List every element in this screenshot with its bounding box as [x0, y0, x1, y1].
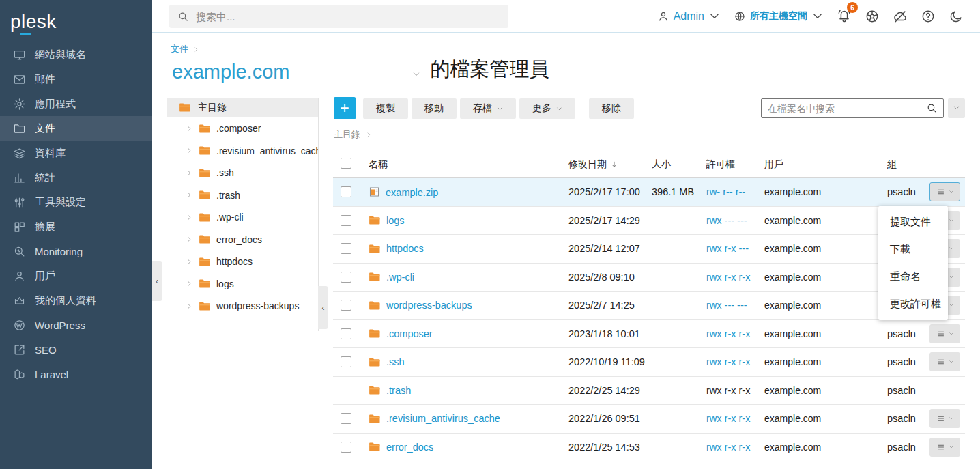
more-button[interactable]: 更多 — [519, 98, 575, 119]
menu-item-extract-files[interactable]: 提取文件 — [878, 208, 948, 236]
tree-item-dot-wp-cli[interactable]: .wp-cli — [167, 206, 318, 229]
row-checkbox[interactable] — [341, 442, 351, 453]
expand-icon[interactable] — [186, 147, 193, 154]
user-menu[interactable]: Admin — [657, 10, 721, 23]
row-checkbox[interactable] — [341, 328, 351, 339]
row-menu-button[interactable] — [929, 409, 960, 428]
expand-icon[interactable] — [186, 302, 193, 310]
permissions-cell[interactable]: rwx --- --- — [706, 215, 747, 226]
copy-button[interactable]: 複製 — [363, 98, 408, 119]
row-checkbox[interactable] — [341, 300, 351, 311]
permissions-cell[interactable]: rwx r-x r-x — [706, 442, 750, 453]
file-search-input[interactable] — [762, 103, 926, 114]
help-icon[interactable] — [921, 9, 936, 24]
menu-item-rename[interactable]: 重命名 — [878, 263, 948, 290]
sidebar-item-tools-settings[interactable]: 工具與設定 — [0, 190, 152, 214]
permissions-cell[interactable]: rw- r-- r-- — [706, 186, 745, 197]
tree-item-error_docs[interactable]: error_docs — [167, 229, 318, 251]
file-link[interactable]: .composer — [386, 328, 433, 339]
row-checkbox[interactable] — [341, 243, 351, 254]
sidebar-item-mail[interactable]: 郵件 — [0, 67, 152, 91]
column-modified[interactable]: 修改日期 — [568, 158, 618, 171]
file-link[interactable]: logs — [386, 215, 405, 226]
permissions-cell[interactable]: rwx r-x r-x — [706, 356, 750, 367]
file-link[interactable]: .ssh — [386, 356, 405, 367]
file-link[interactable]: .trash — [386, 385, 411, 396]
subscription-selector[interactable]: 所有主機空間 — [734, 10, 824, 23]
file-link[interactable]: httpdocs — [386, 243, 424, 254]
tree-item-httpdocs[interactable]: httpdocs — [167, 251, 318, 273]
sidebar-item-my-profile[interactable]: 我的個人資料 — [0, 288, 152, 313]
file-search[interactable] — [761, 98, 944, 118]
column-permissions[interactable]: 許可權 — [706, 158, 735, 171]
select-all-checkbox[interactable] — [341, 158, 351, 169]
row-menu-button[interactable] — [929, 352, 960, 371]
move-button[interactable]: 移動 — [412, 98, 457, 119]
archive-button[interactable]: 存檔 — [460, 98, 516, 119]
column-user[interactable]: 用戶 — [764, 158, 783, 171]
expand-icon[interactable] — [186, 258, 193, 266]
file-link[interactable]: .wp-cli — [386, 272, 414, 283]
cloud-offline-icon[interactable] — [893, 9, 908, 24]
tree-item-dot-trash[interactable]: .trash — [167, 184, 318, 207]
permissions-cell[interactable]: rwx --- --- — [706, 300, 747, 311]
sidebar-collapse-handle[interactable]: ‹ — [152, 261, 162, 301]
sidebar-item-databases[interactable]: 資料庫 — [0, 141, 152, 165]
menu-item-download[interactable]: 下載 — [878, 236, 948, 263]
global-search[interactable] — [169, 5, 508, 28]
sidebar-item-extensions[interactable]: 擴展 — [0, 214, 152, 239]
file-link[interactable]: wordpress-backups — [386, 300, 472, 311]
sidebar-item-applications[interactable]: 應用程式 — [0, 91, 152, 116]
permissions-cell[interactable]: rwx r-x r-x — [706, 328, 750, 339]
tree-collapse-handle[interactable]: ‹ — [318, 286, 328, 329]
dark-mode-icon[interactable] — [949, 9, 964, 24]
sidebar-item-statistics[interactable]: 統計 — [0, 165, 152, 190]
search-options-button[interactable] — [948, 98, 965, 118]
expand-icon[interactable] — [186, 169, 193, 177]
permissions-cell[interactable]: rwx r-x r-x — [706, 413, 750, 424]
sidebar-item-files[interactable]: 文件 — [0, 116, 152, 141]
column-group[interactable]: 組 — [887, 158, 897, 171]
tree-item-dot-revisium_antivirus_cache[interactable]: .revisium_antivirus_cache — [167, 140, 318, 162]
sidebar-item-seo[interactable]: SEO — [0, 337, 152, 362]
tree-item-home[interactable]: 主目錄 — [167, 98, 318, 117]
breadcrumb-files-link[interactable]: 文件 — [171, 43, 188, 55]
menu-item-change-permissions[interactable]: 更改許可權 — [878, 290, 948, 317]
file-link[interactable]: error_docs — [386, 442, 433, 453]
file-link[interactable]: example.zip — [386, 186, 438, 197]
expand-icon[interactable] — [186, 236, 193, 243]
row-menu-button[interactable] — [929, 324, 960, 343]
domain-title[interactable]: example.com — [172, 61, 289, 83]
column-size[interactable]: 大小 — [652, 158, 671, 171]
expand-icon[interactable] — [186, 214, 193, 221]
expand-icon[interactable] — [186, 191, 193, 199]
add-button[interactable]: + — [334, 97, 356, 119]
path-home-link[interactable]: 主目錄 — [334, 128, 360, 141]
tree-item-dot-composer[interactable]: .composer — [167, 117, 318, 140]
row-checkbox[interactable] — [341, 215, 351, 226]
row-checkbox[interactable] — [341, 272, 351, 283]
sidebar-item-laravel[interactable]: Laravel — [0, 362, 152, 386]
sidebar-item-users[interactable]: 用戶 — [0, 264, 152, 288]
row-checkbox[interactable] — [341, 413, 351, 424]
chevron-down-icon[interactable] — [412, 70, 420, 79]
sidebar-item-wordpress[interactable]: WordPress — [0, 313, 152, 337]
tree-item-wordpress-backups[interactable]: wordpress-backups — [167, 295, 318, 317]
remove-button[interactable]: 移除 — [589, 98, 634, 119]
permissions-cell[interactable]: rwx r-x --- — [706, 243, 749, 254]
row-menu-button[interactable] — [929, 182, 960, 201]
row-checkbox[interactable] — [341, 186, 351, 197]
tree-item-logs[interactable]: logs — [167, 273, 318, 296]
sidebar-item-monitoring[interactable]: Monitoring — [0, 239, 152, 264]
sidebar-item-websites-domains[interactable]: 網站與域名 — [0, 42, 152, 67]
notifications-button[interactable]: 6 — [837, 8, 852, 25]
permissions-cell[interactable]: rwx r-x r-x — [706, 272, 750, 283]
row-checkbox[interactable] — [341, 356, 351, 367]
ball-icon[interactable] — [865, 9, 880, 24]
search-icon[interactable] — [926, 102, 938, 114]
expand-icon[interactable] — [186, 125, 193, 132]
expand-icon[interactable] — [186, 280, 193, 287]
row-menu-button[interactable] — [929, 438, 960, 457]
global-search-input[interactable] — [196, 11, 482, 23]
file-link[interactable]: .revisium_antivirus_cache — [386, 413, 500, 424]
